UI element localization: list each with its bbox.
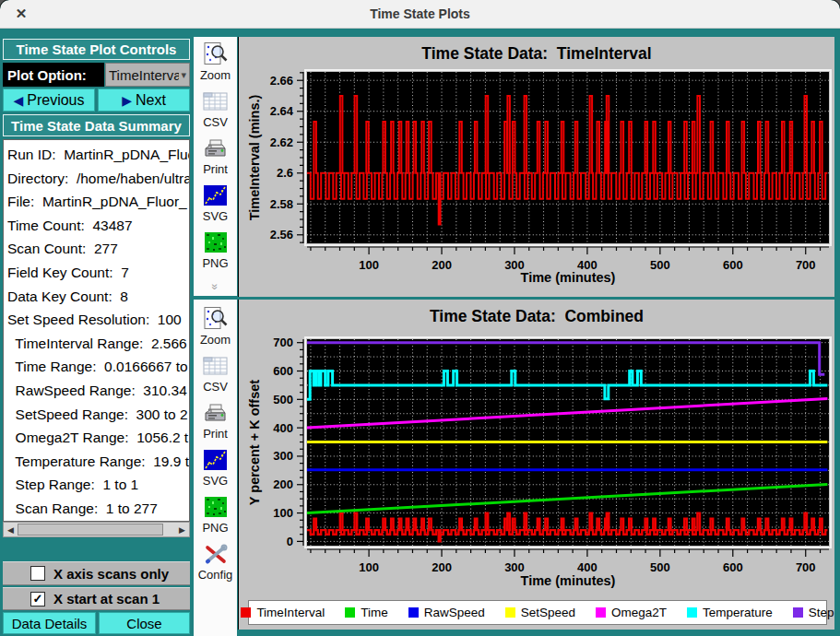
summary-line: File: MartinR_pDNA_Fluor_ [7, 190, 189, 214]
timeinterval-y-axis-label: TimeInterval (mins.) [247, 95, 262, 221]
previous-arrow-icon: ◀ [13, 93, 23, 108]
chevron-down-icon: ▾ [181, 69, 186, 81]
toolbar-overflow-chevron-icon[interactable]: » [209, 284, 222, 290]
checkbox-label: X start at scan 1 [53, 591, 160, 607]
summary-line: Time Count: 43487 [7, 214, 189, 238]
window-title: Time State Plots [0, 0, 840, 28]
plot-option-row: Plot Option: TimeInterval ▾ [3, 63, 190, 87]
plot-controls-header: Time State Plot Controls [3, 39, 190, 60]
combined-plot-canvas[interactable]: 0100200300400500600700100200300400500600… [239, 300, 835, 576]
checkbox-box[interactable]: ✓ [30, 592, 45, 607]
scroll-left-icon[interactable]: ◀ [4, 523, 18, 536]
checkbox-box[interactable] [30, 566, 45, 581]
checkbox-x-axis-scans-only[interactable]: X axis scans only [3, 561, 190, 585]
toolbar-print-button[interactable]: Print [201, 400, 230, 441]
scrollbar-thumb[interactable] [18, 524, 163, 536]
summary-line: Directory: /home/haben/ultra [7, 167, 189, 191]
scroll-right-icon[interactable]: ▶ [175, 523, 189, 536]
toolbar-svg-label: SVG [203, 209, 228, 223]
close-button[interactable]: Close [99, 612, 190, 634]
zoom-icon [201, 41, 230, 67]
svg-text:500: 500 [650, 560, 670, 574]
svg-text:700: 700 [273, 336, 293, 349]
legend-label: Time [361, 606, 388, 619]
legend-item-rawspeed: RawSpeed [408, 606, 485, 619]
toolbar-print-label: Print [203, 427, 228, 441]
previous-button[interactable]: ◀ Previous [3, 88, 95, 112]
legend-item-omega2t: Omega2T [596, 606, 667, 619]
png-icon [201, 230, 230, 255]
combined-y-axis-label: Y percent + K offset [247, 380, 262, 505]
summary-line: RawSpeed Range: 310.34 [7, 379, 189, 403]
toolbar-svg-label: SVG [203, 474, 228, 488]
data-summary-header: Time State Data Summary [3, 114, 190, 136]
next-label: Next [136, 92, 166, 109]
summary-line: Time Range: 0.0166667 to [7, 355, 189, 379]
toolbar-zoom-button[interactable]: Zoom [200, 41, 231, 82]
svg-text:500: 500 [273, 393, 293, 406]
svg-text:100: 100 [273, 506, 293, 520]
data-details-button[interactable]: Data Details [3, 612, 96, 634]
summary-hscrollbar[interactable]: ◀ ▶ [3, 522, 190, 537]
timeinterval-plot-canvas[interactable]: 2.562.582.62.622.642.6610020030040050060… [239, 37, 835, 297]
toolbar-png-label: PNG [202, 521, 228, 535]
toolbar-print-button[interactable]: Print [201, 135, 230, 176]
toolbar-print-label: Print [203, 162, 228, 176]
toolbar-png-button[interactable]: PNG [201, 230, 230, 270]
plot-option-dropdown[interactable]: TimeInterval ▾ [105, 63, 190, 87]
print-icon [201, 135, 230, 161]
next-arrow-icon: ▶ [122, 93, 132, 108]
svg-text:400: 400 [577, 560, 597, 574]
timeinterval-x-axis-label: Time (minutes) [307, 270, 829, 285]
summary-line: Step Range: 1 to 1 [7, 473, 189, 497]
toolbar-csv-label: CSV [203, 115, 228, 129]
toolbar-png-button[interactable]: PNG [201, 494, 230, 535]
toolbar-svg-button[interactable]: SVG [201, 183, 230, 223]
csv-icon [201, 88, 230, 114]
combined-x-axis-label: Time (minutes) [307, 573, 829, 588]
legend-swatch-icon [596, 607, 606, 618]
legend-label: TimeInterval [256, 606, 325, 619]
combined-plot-legend: TimeIntervalTimeRawSpeedSetSpeedOmega2TT… [248, 600, 827, 625]
svg-text:200: 200 [432, 560, 452, 574]
toolbar-csv-label: CSV [203, 380, 228, 394]
summary-line: TimeInterval Range: 2.566 [7, 332, 189, 356]
svg-text:700: 700 [796, 560, 816, 574]
legend-label: RawSpeed [424, 606, 485, 619]
summary-line: Set Speed Resolution: 100 [7, 308, 189, 332]
time-state-plots-window: ✕ Time State Plots Time State Plot Contr… [0, 0, 840, 636]
legend-item-temperature: Temperature [687, 606, 773, 619]
toolbar-top-plot: ZoomCSVPrintSVGPNG» [194, 37, 237, 296]
next-button[interactable]: ▶ Next [98, 88, 190, 112]
checkbox-x-start-at-scan-1[interactable]: ✓ X start at scan 1 [3, 587, 190, 610]
legend-swatch-icon [241, 607, 251, 618]
summary-line: Scan Range: 1 to 277 [7, 497, 189, 521]
svg-text:600: 600 [273, 364, 293, 378]
toolbar-zoom-label: Zoom [200, 333, 231, 347]
svg-icon [201, 447, 230, 473]
timeinterval-plot-panel: Time State Data: TimeInterval 2.562.582.… [238, 37, 834, 297]
previous-label: Previous [27, 92, 84, 109]
legend-item-step: Step [793, 606, 834, 619]
plot-option-label: Plot Option: [3, 63, 104, 87]
svg-text:2.66: 2.66 [270, 74, 293, 88]
summary-line: Run ID: MartinR_pDNA_Fluo [7, 143, 189, 167]
toolbar-config-label: Config [198, 568, 233, 582]
toolbar-zoom-button[interactable]: Zoom [200, 306, 231, 347]
toolbar-csv-button[interactable]: CSV [201, 353, 230, 394]
legend-label: SetSpeed [521, 606, 575, 619]
summary-line: Omega2T Range: 1056.2 t [7, 426, 189, 450]
summary-line: SetSpeed Range: 300 to 2 [7, 403, 189, 427]
svg-text:2.58: 2.58 [270, 197, 293, 211]
toolbar-zoom-label: Zoom [200, 68, 231, 82]
bottom-buttons-row: Data Details Close [3, 612, 190, 634]
toolbar-csv-button[interactable]: CSV [201, 88, 230, 129]
legend-swatch-icon [345, 607, 355, 618]
data-summary-text: Run ID: MartinR_pDNA_FluoDirectory: /hom… [3, 139, 190, 522]
svg-text:400: 400 [273, 421, 293, 435]
legend-label: Temperature [703, 606, 773, 619]
toolbar-svg-button[interactable]: SVG [201, 447, 230, 488]
legend-item-time: Time [345, 606, 388, 619]
toolbar-config-button[interactable]: Config [198, 541, 233, 582]
svg-text:2.6: 2.6 [277, 166, 293, 180]
